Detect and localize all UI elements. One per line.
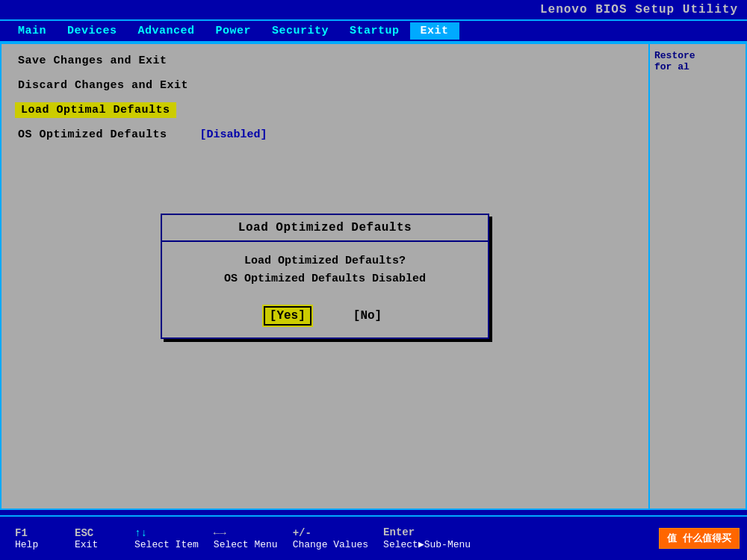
status-val-5: Select▶Sub-Menu — [383, 538, 471, 550]
status-bar: F1HelpESCExit↑↓Select Item←→Select Menu+… — [0, 515, 747, 560]
dialog-title: Load Optimized Defaults — [162, 215, 488, 242]
menu-bar: MainDevicesAdvancedPowerSecurityStartupE… — [0, 19, 747, 43]
menu-item-startup[interactable]: Startup — [339, 22, 410, 40]
status-val-2: Select Item — [134, 539, 199, 550]
status-val-0: Help — [15, 539, 38, 550]
menu-item-main[interactable]: Main — [7, 22, 57, 40]
dialog-body: Load Optimized Defaults? OS Optimized De… — [162, 242, 488, 299]
brand-badge: 值 什么值得买 — [659, 528, 740, 549]
dialog-box: Load Optimized Defaults Load Optimized D… — [161, 214, 489, 339]
status-item-0: F1Help — [7, 527, 67, 550]
no-button[interactable]: [No] — [349, 308, 386, 324]
status-item-5: EnterSelect▶Sub-Menu — [376, 526, 478, 550]
menu-item-exit[interactable]: Exit — [410, 22, 459, 40]
menu-option-label-2[interactable]: Load Optimal Defaults — [15, 102, 176, 118]
status-key-4: +/- — [293, 527, 311, 539]
menu-option-label-3: OS Optimized Defaults — [15, 127, 170, 143]
status-key-5: Enter — [383, 526, 415, 538]
main-content: Save Changes and ExitDiscard Changes and… — [0, 43, 747, 510]
right-panel-text: Restorefor al — [654, 50, 695, 72]
status-val-3: Select Menu — [214, 539, 278, 550]
menu-option-row-0: Save Changes and Exit — [15, 53, 635, 73]
dialog-body-line1: Load Optimized Defaults? — [177, 252, 473, 270]
status-item-3: ←→Select Menu — [206, 527, 285, 550]
dialog-buttons: [Yes] [No] — [162, 299, 488, 337]
menu-option-row-1: Discard Changes and Exit — [15, 78, 635, 98]
menu-item-devices[interactable]: Devices — [57, 22, 128, 40]
status-key-2: ↑↓ — [134, 527, 147, 539]
menu-option-label-1: Discard Changes and Exit — [15, 78, 191, 93]
dialog-body-line2: OS Optimized Defaults Disabled — [177, 270, 473, 288]
status-key-0: F1 — [15, 527, 28, 539]
menu-option-label-0: Save Changes and Exit — [15, 53, 170, 69]
status-item-1: ESCExit — [67, 527, 127, 550]
menu-item-security[interactable]: Security — [261, 22, 339, 40]
status-item-2: ↑↓Select Item — [127, 527, 206, 550]
status-item-4: +/-Change Values — [285, 527, 376, 550]
status-key-1: ESC — [75, 527, 93, 539]
status-val-1: Exit — [75, 539, 98, 550]
app-title: Lenovo BIOS Setup Utility — [540, 3, 738, 16]
status-val-4: Change Values — [293, 539, 368, 550]
menu-item-power[interactable]: Power — [205, 22, 262, 40]
menu-item-advanced[interactable]: Advanced — [128, 22, 205, 40]
status-key-3: ←→ — [214, 527, 226, 539]
left-panel: Save Changes and ExitDiscard Changes and… — [1, 44, 648, 508]
yes-button[interactable]: [Yes] — [264, 306, 311, 326]
menu-option-row-3: OS Optimized Defaults[Disabled] — [15, 127, 635, 147]
title-bar: Lenovo BIOS Setup Utility — [0, 0, 747, 19]
menu-option-row-2: Load Optimal Defaults — [15, 102, 635, 122]
right-panel: Restorefor al — [648, 44, 746, 508]
menu-option-value-3: [Disabled] — [200, 128, 267, 141]
